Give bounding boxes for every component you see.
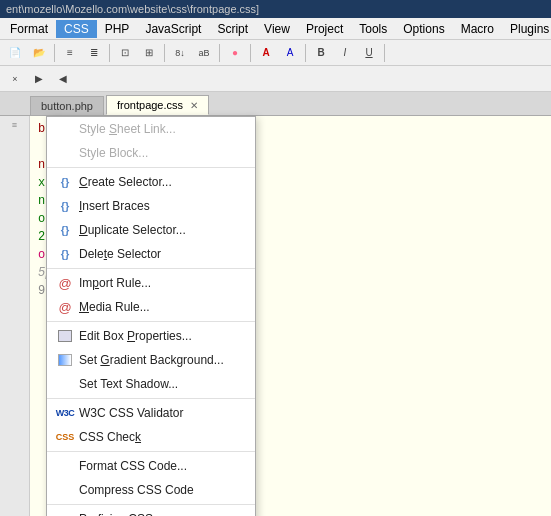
toolbar-wrap[interactable]: ⊡ [114, 42, 136, 64]
tab-frontpage-css[interactable]: frontpage.css ✕ [106, 95, 209, 115]
separator-2 [47, 268, 255, 269]
toolbar-num[interactable]: 8↓ [169, 42, 191, 64]
menu-css-check[interactable]: CSS CSS Check [47, 425, 255, 449]
toolbar-A[interactable]: A [255, 42, 277, 64]
separator-3 [47, 321, 255, 322]
gradient-icon [55, 352, 75, 368]
gradient-label: Set Gradient Background... [79, 353, 247, 367]
menu-tools[interactable]: Tools [351, 20, 395, 38]
menu-set-gradient-background[interactable]: Set Gradient Background... [47, 348, 255, 372]
duplicate-selector-label: Duplicate Selector... [79, 223, 247, 237]
toolbar-1: 📄 📂 ≡ ≣ ⊡ ⊞ 8↓ aB ● A A B I U [0, 40, 551, 66]
menu-javascript[interactable]: JavaScript [137, 20, 209, 38]
edit-box-icon [55, 328, 75, 344]
menu-compress-css-code[interactable]: Compress CSS Code [47, 478, 255, 502]
toolbar-sep-1 [54, 44, 55, 62]
format-css-icon [55, 458, 75, 474]
css-check-icon: CSS [55, 429, 75, 445]
menu-media-rule[interactable]: @ Media Rule... [47, 295, 255, 319]
menu-w3c-validator[interactable]: W3C W3C CSS Validator [47, 401, 255, 425]
toolbar-sep-4 [219, 44, 220, 62]
toolbar-sep-7 [384, 44, 385, 62]
toolbar-abc[interactable]: aB [193, 42, 215, 64]
toolbar-sep-3 [164, 44, 165, 62]
css-dropdown-menu: Style Sheet Link... Style Block... {} Cr… [46, 116, 256, 516]
delete-selector-icon: {} [55, 246, 75, 262]
toolbar-indent[interactable]: ≡ [59, 42, 81, 64]
w3c-icon: W3C [55, 405, 75, 421]
delete-selector-label: Delete Selector [79, 247, 247, 261]
separator-6 [47, 504, 255, 505]
menu-options[interactable]: Options [395, 20, 452, 38]
toolbar-color[interactable]: ● [224, 42, 246, 64]
w3c-label: W3C CSS Validator [79, 406, 247, 420]
menu-edit-box-properties[interactable]: Edit Box Properties... [47, 324, 255, 348]
menu-style-block[interactable]: Style Block... [47, 141, 255, 165]
menu-plugins[interactable]: Plugins [502, 20, 551, 38]
toolbar-open[interactable]: 📂 [28, 42, 50, 64]
menu-project[interactable]: Project [298, 20, 351, 38]
css-check-label: CSS Check [79, 430, 247, 444]
style-block-label: Style Block... [79, 146, 247, 160]
tab-bar: button.php frontpage.css ✕ [0, 92, 551, 116]
prefixize-icon: Px [55, 511, 75, 516]
toolbar2-btn1[interactable]: × [4, 68, 26, 90]
menu-macro[interactable]: Macro [453, 20, 502, 38]
toolbar-bold[interactable]: B [310, 42, 332, 64]
duplicate-selector-icon: {} [55, 222, 75, 238]
media-rule-icon: @ [55, 299, 75, 315]
menu-duplicate-selector[interactable]: {} Duplicate Selector... [47, 218, 255, 242]
text-shadow-icon [55, 376, 75, 392]
import-rule-label: Import Rule... [79, 276, 247, 290]
toolbar2-btn2[interactable]: ▶ [28, 68, 50, 90]
sidebar-icon: ≡ [12, 120, 17, 130]
compress-css-label: Compress CSS Code [79, 483, 247, 497]
insert-braces-label: Insert Braces [79, 199, 247, 213]
text-shadow-label: Set Text Shadow... [79, 377, 247, 391]
create-selector-label: Create Selector... [79, 175, 247, 189]
tab-button-php[interactable]: button.php [30, 96, 104, 115]
menu-set-text-shadow[interactable]: Set Text Shadow... [47, 372, 255, 396]
menu-script[interactable]: Script [209, 20, 256, 38]
menu-style-sheet-link[interactable]: Style Sheet Link... [47, 117, 255, 141]
toolbar2-btn3[interactable]: ◀ [52, 68, 74, 90]
menu-css[interactable]: CSS [56, 20, 97, 38]
menu-delete-selector[interactable]: {} Delete Selector [47, 242, 255, 266]
format-css-label: Format CSS Code... [79, 459, 247, 473]
menu-php[interactable]: PHP [97, 20, 138, 38]
toolbar-wrap2[interactable]: ⊞ [138, 42, 160, 64]
main-area: ≡ button.big { 25px; nt p { x; nter; ox … [0, 116, 551, 516]
compress-css-icon [55, 482, 75, 498]
menu-format[interactable]: Format [2, 20, 56, 38]
prefixize-label: Prefixize CSS [79, 512, 247, 516]
toolbar-sep-2 [109, 44, 110, 62]
toolbar-sep-5 [250, 44, 251, 62]
media-rule-label: Media Rule... [79, 300, 247, 314]
menu-view[interactable]: View [256, 20, 298, 38]
toolbar-indent2[interactable]: ≣ [83, 42, 105, 64]
toolbar-2: × ▶ ◀ [0, 66, 551, 92]
create-selector-icon: {} [55, 174, 75, 190]
style-block-icon [55, 145, 75, 161]
toolbar-underline[interactable]: U [358, 42, 380, 64]
title-bar: ent\mozello\Mozello.com\website\css\fron… [0, 0, 551, 18]
separator-5 [47, 451, 255, 452]
toolbar-A2[interactable]: A [279, 42, 301, 64]
menu-prefixize-css[interactable]: Px Prefixize CSS [47, 507, 255, 516]
tab-close-icon[interactable]: ✕ [190, 100, 198, 111]
separator-4 [47, 398, 255, 399]
toolbar-new[interactable]: 📄 [4, 42, 26, 64]
toolbar-sep-6 [305, 44, 306, 62]
sidebar: ≡ [0, 116, 30, 516]
menu-import-rule[interactable]: @ Import Rule... [47, 271, 255, 295]
separator-1 [47, 167, 255, 168]
title-text: ent\mozello\Mozello.com\website\css\fron… [6, 3, 259, 15]
menu-insert-braces[interactable]: {} Insert Braces [47, 194, 255, 218]
import-rule-icon: @ [55, 275, 75, 291]
menu-create-selector[interactable]: {} Create Selector... [47, 170, 255, 194]
style-sheet-link-icon [55, 121, 75, 137]
insert-braces-icon: {} [55, 198, 75, 214]
menu-bar: Format CSS PHP JavaScript Script View Pr… [0, 18, 551, 40]
toolbar-italic[interactable]: I [334, 42, 356, 64]
menu-format-css-code[interactable]: Format CSS Code... [47, 454, 255, 478]
